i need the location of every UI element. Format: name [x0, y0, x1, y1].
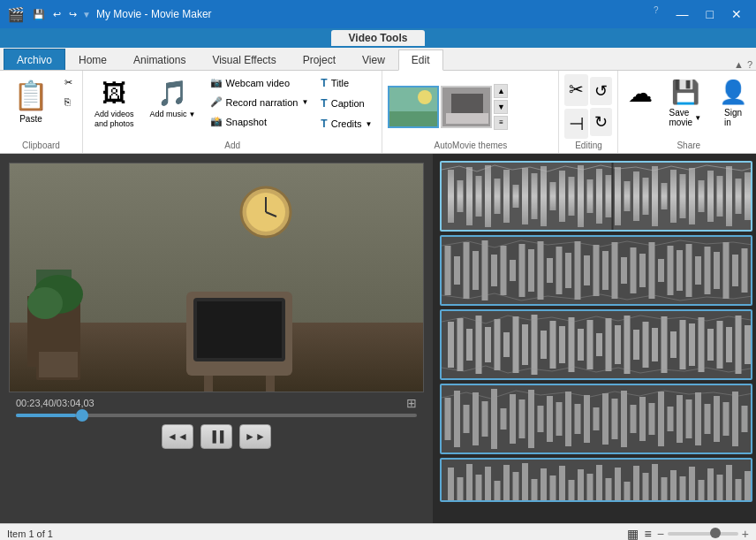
forward-icon: ►►: [245, 430, 266, 443]
view-icon-2[interactable]: ≡: [644, 527, 651, 541]
credits-label: Credits: [331, 118, 362, 129]
svg-rect-130: [472, 392, 479, 445]
rotate-left-btn[interactable]: ↺: [590, 77, 612, 105]
progress-thumb[interactable]: [76, 409, 88, 422]
video-progress[interactable]: [9, 414, 424, 417]
dropdown-arrow-qa[interactable]: ▼: [82, 10, 91, 19]
svg-rect-44: [633, 171, 639, 221]
svg-rect-29: [495, 179, 501, 214]
svg-rect-70: [547, 258, 553, 283]
onedrive-icon: ☁: [628, 79, 653, 108]
theme-1[interactable]: [388, 86, 439, 128]
zoom-slider[interactable]: [668, 532, 738, 536]
svg-rect-102: [532, 315, 538, 375]
rotate-right-btn[interactable]: ↻: [590, 108, 612, 136]
undo-btn[interactable]: ↩: [50, 7, 64, 22]
video-tools-bar: Video Tools: [0, 28, 756, 48]
add-videos-photos-btn[interactable]: 🖼 Add videosand photos: [88, 74, 140, 133]
add-music-dropdown: ▼: [189, 110, 196, 118]
clip-3-waveform: [442, 311, 751, 378]
pause-btn[interactable]: ▐▐: [200, 424, 232, 449]
tab-animations[interactable]: Animations: [120, 49, 199, 70]
zoom-thumb[interactable]: [710, 528, 721, 538]
split-btn[interactable]: ⊣: [564, 109, 588, 139]
help-ribbon-btn[interactable]: ?: [747, 59, 752, 70]
rewind-btn[interactable]: ◄◄: [162, 424, 193, 449]
clip-2-waveform: [442, 237, 751, 304]
svg-rect-156: [714, 396, 720, 442]
svg-rect-99: [503, 332, 510, 357]
clip-4-waveform: [442, 385, 751, 453]
paste-button[interactable]: 📋 Paste: [5, 74, 57, 128]
tab-project[interactable]: Project: [290, 49, 349, 70]
theme-2[interactable]: [441, 86, 492, 128]
svg-rect-138: [547, 396, 553, 442]
svg-rect-65: [501, 246, 507, 295]
svg-rect-165: [485, 467, 491, 502]
record-narration-btn[interactable]: 🎤 Record narration ▼: [206, 94, 314, 110]
theme-scroll-more[interactable]: ≡: [494, 116, 508, 130]
sign-in-btn[interactable]: 👤 Signin: [713, 74, 753, 132]
tab-home[interactable]: Home: [65, 49, 120, 70]
svg-rect-71: [556, 247, 563, 294]
cut-btn[interactable]: ✂: [60, 74, 77, 91]
add-music-btn[interactable]: 🎵 Add music▼: [144, 74, 202, 123]
timeline-scroll[interactable]: [433, 154, 756, 523]
timeline-clip-4[interactable]: [440, 384, 752, 454]
tab-archivo[interactable]: Archivo: [4, 49, 65, 70]
timeline-clip-5[interactable]: [440, 458, 752, 502]
caption-btn[interactable]: T Caption: [316, 95, 376, 112]
close-btn[interactable]: ✕: [724, 5, 749, 23]
svg-rect-31: [513, 185, 519, 208]
theme-scroll-up[interactable]: ▲: [494, 84, 508, 98]
progress-fill: [16, 414, 76, 417]
redo-btn[interactable]: ↪: [66, 7, 79, 22]
expand-video-btn[interactable]: ⊞: [406, 396, 417, 410]
credits-btn[interactable]: T Credits ▼: [316, 115, 376, 133]
minimize-btn[interactable]: —: [669, 5, 696, 23]
svg-rect-85: [686, 244, 692, 297]
svg-rect-180: [624, 482, 631, 502]
svg-rect-69: [538, 241, 544, 300]
ribbon-group-share: ☁ 💾 Savemovie ▼ 👤 Signin Share: [618, 71, 756, 153]
theme-scroll-down[interactable]: ▼: [494, 100, 508, 114]
zoom-plus-btn[interactable]: +: [742, 527, 749, 541]
svg-rect-168: [513, 472, 519, 502]
video-tools-tab[interactable]: Video Tools: [331, 30, 426, 46]
trim-btn[interactable]: ✂: [564, 74, 588, 106]
expand-ribbon-btn[interactable]: ▲: [734, 59, 744, 70]
svg-rect-5: [451, 94, 483, 113]
cut-icon: ✂: [64, 77, 72, 88]
ribbon: 📋 Paste ✂ ⎘ Clipboard 🖼 Add videosand ph…: [0, 71, 756, 154]
automovie-label: AutoMovie themes: [388, 139, 553, 153]
svg-rect-46: [652, 166, 658, 226]
title-btn[interactable]: T Title: [316, 74, 376, 92]
ribbon-group-editing: ✂ ⊣ ↺ ↻ Editing: [559, 71, 618, 153]
editing-icons-col1: ✂ ⊣: [564, 74, 588, 139]
ribbon-tab-controls: ▲ ?: [734, 59, 756, 70]
zoom-minus-btn[interactable]: −: [657, 527, 664, 541]
svg-rect-30: [503, 170, 510, 223]
svg-rect-110: [606, 318, 612, 371]
tab-visual-effects[interactable]: Visual Effects: [199, 49, 289, 70]
snapshot-btn[interactable]: 📸 Snapshot: [206, 113, 314, 130]
svg-rect-123: [726, 327, 732, 362]
webcam-video-btn[interactable]: 📷 Webcam video: [206, 74, 314, 91]
view-icon-1[interactable]: ▦: [627, 527, 639, 541]
copy-btn[interactable]: ⎘: [60, 94, 77, 110]
svg-rect-62: [472, 251, 479, 290]
svg-rect-139: [556, 402, 563, 436]
save-movie-btn[interactable]: 💾 Savemovie ▼: [661, 74, 709, 132]
title-bar: 🎬 💾 ↩ ↪ ▼ My Movie - Movie Maker ? — □ ✕: [0, 0, 756, 28]
forward-btn[interactable]: ►►: [239, 424, 271, 449]
tab-edit[interactable]: Edit: [398, 49, 443, 71]
timeline-clip-2[interactable]: [440, 235, 752, 306]
progress-track[interactable]: [16, 414, 417, 417]
maximize-btn[interactable]: □: [699, 5, 721, 23]
onedrive-btn[interactable]: ☁: [624, 74, 657, 114]
timeline-clip-1[interactable]: [440, 161, 752, 232]
help-icon[interactable]: ?: [654, 5, 659, 23]
tab-view[interactable]: View: [349, 49, 398, 70]
save-quick-btn[interactable]: 💾: [30, 7, 48, 22]
timeline-clip-3[interactable]: [440, 309, 752, 380]
